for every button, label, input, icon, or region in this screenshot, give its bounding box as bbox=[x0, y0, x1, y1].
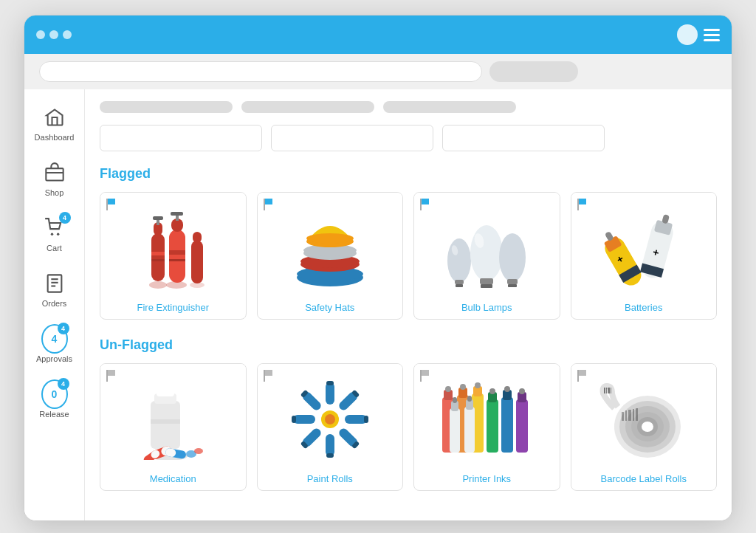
filter-box-1[interactable] bbox=[100, 125, 262, 151]
svg-rect-44 bbox=[481, 284, 492, 288]
product-card-paint-rolls[interactable]: Paint Rolls bbox=[257, 363, 404, 491]
dot-3[interactable] bbox=[63, 30, 72, 39]
address-bar-button[interactable] bbox=[489, 61, 578, 82]
approvals-circle-value: 4 bbox=[52, 333, 58, 345]
svg-rect-120 bbox=[464, 407, 475, 453]
svg-rect-46 bbox=[507, 279, 518, 284]
filter-pill-2[interactable] bbox=[241, 101, 374, 113]
filter-box-3[interactable] bbox=[442, 125, 605, 151]
safety-hats-svg bbox=[286, 200, 374, 289]
flag-icon-barcode-label-rolls bbox=[576, 368, 591, 383]
release-circle-value: 0 bbox=[52, 388, 58, 400]
sidebar-item-shop[interactable]: Shop bbox=[24, 152, 84, 204]
svg-rect-23 bbox=[169, 259, 185, 261]
svg-rect-119 bbox=[453, 397, 457, 403]
cart-badge: 4 bbox=[59, 212, 71, 224]
svg-rect-92 bbox=[292, 416, 296, 423]
sidebar-label-approvals: Approvals bbox=[36, 354, 72, 363]
filter-row bbox=[100, 125, 717, 151]
svg-rect-136 bbox=[604, 388, 605, 393]
svg-rect-133 bbox=[628, 410, 631, 421]
svg-rect-132 bbox=[625, 410, 627, 421]
product-card-fire-extinguisher[interactable]: Fire Extinguisher bbox=[100, 192, 247, 320]
flag-icon-paint-rolls bbox=[262, 368, 277, 383]
flag-icon-bulb-lamps bbox=[419, 197, 433, 212]
svg-rect-124 bbox=[577, 370, 579, 382]
menu-icon[interactable] bbox=[704, 29, 720, 41]
product-image-safety-hats bbox=[258, 193, 403, 296]
svg-rect-87 bbox=[326, 434, 334, 456]
flag-icon-medication bbox=[105, 368, 120, 383]
svg-rect-43 bbox=[480, 278, 493, 284]
svg-rect-101 bbox=[445, 386, 451, 392]
sidebar-item-approvals[interactable]: 4 4 Approvals bbox=[24, 318, 84, 371]
svg-rect-79 bbox=[326, 382, 334, 405]
flagged-product-grid: Fire Extinguisher bbox=[100, 192, 717, 320]
product-card-bulb-lamps[interactable]: Bulb Lamps bbox=[413, 192, 560, 320]
release-icon: 0 4 bbox=[41, 381, 68, 408]
product-card-printer-inks[interactable]: Printer Inks bbox=[413, 363, 560, 491]
sidebar-label-orders: Orders bbox=[42, 299, 67, 308]
product-name-printer-inks: Printer Inks bbox=[414, 467, 560, 490]
product-card-safety-hats[interactable]: Safety Hats bbox=[257, 192, 404, 320]
sidebar-label-shop: Shop bbox=[45, 188, 64, 197]
approvals-badge: 4 bbox=[58, 323, 69, 334]
svg-rect-138 bbox=[608, 388, 610, 393]
svg-rect-47 bbox=[508, 284, 517, 287]
svg-rect-67 bbox=[151, 419, 180, 424]
svg-rect-83 bbox=[345, 415, 367, 424]
product-card-medication[interactable]: Medication bbox=[100, 363, 247, 491]
fire-extinguisher-svg bbox=[132, 200, 213, 289]
sidebar-label-cart: Cart bbox=[47, 244, 62, 252]
svg-rect-139 bbox=[611, 388, 611, 393]
flagged-section-title: Flagged bbox=[100, 166, 717, 182]
svg-rect-25 bbox=[191, 241, 203, 283]
flagged-section: Flagged bbox=[100, 166, 717, 320]
svg-rect-4 bbox=[47, 275, 61, 292]
svg-rect-114 bbox=[516, 399, 528, 453]
svg-rect-122 bbox=[467, 396, 472, 402]
svg-point-2 bbox=[50, 233, 53, 235]
sidebar-item-release[interactable]: 0 4 Release bbox=[24, 374, 84, 426]
sidebar-item-cart[interactable]: 4 Cart bbox=[24, 207, 84, 260]
flag-icon-batteries bbox=[576, 197, 591, 212]
product-card-batteries[interactable]: + + bbox=[571, 192, 718, 320]
svg-rect-18 bbox=[169, 230, 185, 283]
svg-rect-16 bbox=[151, 259, 165, 261]
sidebar-item-orders[interactable]: Orders bbox=[24, 263, 84, 315]
svg-point-10 bbox=[149, 281, 167, 289]
medication-svg bbox=[128, 371, 217, 460]
sidebar-label-release: Release bbox=[39, 410, 69, 419]
svg-rect-137 bbox=[606, 388, 607, 393]
svg-rect-78 bbox=[264, 370, 265, 382]
svg-rect-134 bbox=[633, 409, 634, 421]
svg-point-76 bbox=[194, 448, 203, 454]
filter-pill-1[interactable] bbox=[100, 101, 233, 113]
svg-point-45 bbox=[499, 233, 526, 282]
bulb-lamps-svg bbox=[439, 200, 535, 289]
dot-2[interactable] bbox=[49, 30, 58, 39]
flag-icon-safety-hats bbox=[262, 197, 277, 212]
svg-rect-64 bbox=[151, 401, 180, 449]
svg-rect-98 bbox=[420, 370, 422, 382]
dot-1[interactable] bbox=[36, 30, 45, 39]
browser-controls bbox=[677, 24, 720, 45]
svg-rect-66 bbox=[157, 391, 174, 396]
sidebar-item-dashboard[interactable]: Dashboard bbox=[24, 97, 84, 149]
svg-rect-84 bbox=[364, 416, 368, 423]
svg-rect-131 bbox=[622, 412, 624, 421]
svg-rect-111 bbox=[501, 397, 513, 453]
product-card-barcode-label-rolls[interactable]: Barcode Label Rolls bbox=[571, 363, 718, 491]
product-image-paint-rolls bbox=[258, 364, 403, 467]
svg-rect-116 bbox=[519, 388, 525, 394]
product-image-printer-inks bbox=[414, 364, 560, 467]
svg-rect-88 bbox=[326, 453, 334, 458]
filter-box-2[interactable] bbox=[271, 125, 433, 151]
product-name-safety-hats: Safety Hats bbox=[258, 296, 403, 319]
unflagged-section: Un-Flagged bbox=[100, 337, 717, 491]
svg-rect-63 bbox=[106, 370, 108, 382]
address-bar-input[interactable] bbox=[39, 61, 482, 82]
filter-pill-3[interactable] bbox=[383, 101, 516, 113]
filter-bar bbox=[100, 101, 717, 113]
user-avatar[interactable] bbox=[677, 24, 698, 45]
